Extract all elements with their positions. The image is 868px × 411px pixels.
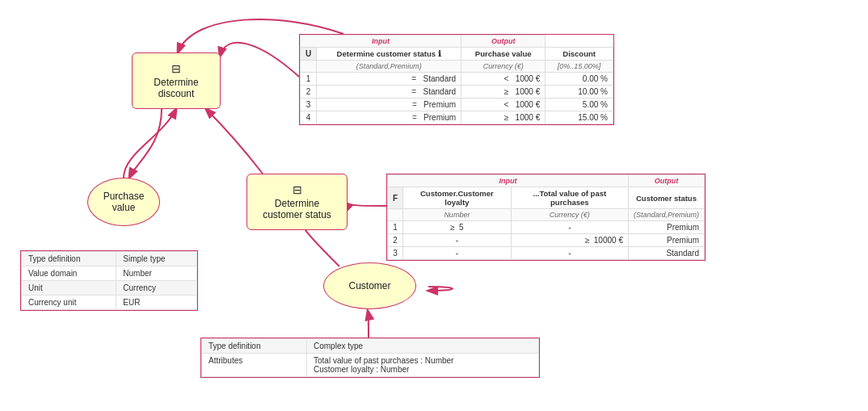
customer-label: Customer	[348, 280, 390, 291]
info2-value-attributes: Total value of past purchases : Number C…	[307, 354, 539, 377]
customer-node: Customer	[323, 262, 416, 309]
info-value-type-def: Simple type	[116, 252, 197, 266]
info-label-type-def: Type definition	[22, 252, 116, 266]
decision-table-1: Input Output U Determine customer status…	[299, 34, 614, 125]
info-value-unit: Currency	[116, 281, 197, 296]
info-value-value-domain: Number	[116, 266, 197, 281]
info-value-currency-unit: EUR	[116, 296, 197, 310]
determine-customer-status-node: ⊟ Determinecustomer status	[246, 174, 348, 230]
purchase-value-info-box: Type definition Simple type Value domain…	[20, 250, 198, 311]
info-label-currency-unit: Currency unit	[22, 296, 116, 310]
determine-discount-label: Determine discount	[154, 77, 198, 99]
determine-customer-status-label: Determinecustomer status	[263, 198, 331, 220]
customer-info-box: Type definition Complex type Attributes …	[200, 338, 540, 378]
purchase-value-node: Purchasevalue	[87, 178, 160, 226]
table-icon: ⊟	[171, 62, 181, 75]
info2-label-attributes: Attributes	[202, 354, 307, 377]
info-label-value-domain: Value domain	[22, 266, 116, 281]
decision-table-2: Input Output F Customer.Customer loyalty…	[386, 174, 706, 261]
info2-label-type-def: Type definition	[202, 339, 307, 354]
purchase-value-label: Purchasevalue	[103, 191, 145, 213]
info2-value-type-def: Complex type	[307, 339, 539, 354]
determine-discount-node: ⊟ Determine discount	[132, 52, 221, 109]
table-icon2: ⊟	[293, 183, 302, 196]
info-label-unit: Unit	[22, 281, 116, 296]
